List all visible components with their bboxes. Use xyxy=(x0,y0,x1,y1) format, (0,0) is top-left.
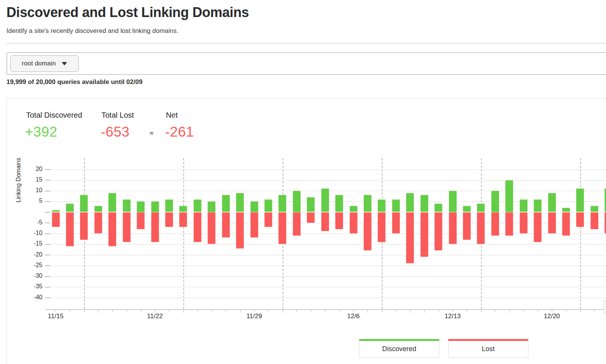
bar-discovered[interactable] xyxy=(335,195,343,212)
bar-lost[interactable] xyxy=(491,212,499,236)
bar-lost[interactable] xyxy=(335,212,343,229)
bar-discovered[interactable] xyxy=(364,195,372,212)
total-discovered-label: Total Discovered xyxy=(26,111,82,120)
bar-discovered[interactable] xyxy=(434,204,442,212)
bar-discovered[interactable] xyxy=(505,180,513,212)
bar-lost[interactable] xyxy=(364,212,372,251)
bar-discovered[interactable] xyxy=(94,206,102,212)
bar-discovered[interactable] xyxy=(548,193,556,212)
bar-lost[interactable] xyxy=(123,212,131,242)
bar-lost[interactable] xyxy=(278,212,286,244)
bar-discovered[interactable] xyxy=(123,199,131,212)
bar-discovered[interactable] xyxy=(165,199,173,212)
bar-discovered[interactable] xyxy=(321,188,329,212)
bar-lost[interactable] xyxy=(250,212,258,238)
bar-lost[interactable] xyxy=(477,212,485,244)
bar-lost[interactable] xyxy=(307,212,315,223)
bar-discovered[interactable] xyxy=(576,188,584,212)
bar-discovered[interactable] xyxy=(350,206,358,212)
bar-discovered[interactable] xyxy=(491,191,499,212)
bar-lost[interactable] xyxy=(264,212,272,227)
bar-lost[interactable] xyxy=(66,212,74,246)
bar-discovered[interactable] xyxy=(449,191,457,212)
bar-discovered[interactable] xyxy=(378,199,386,212)
bar-lost[interactable] xyxy=(94,212,102,234)
bar-discovered[interactable] xyxy=(278,195,286,212)
bar-lost[interactable] xyxy=(108,212,116,246)
bar-lost[interactable] xyxy=(590,212,598,229)
bar-lost[interactable] xyxy=(406,212,414,264)
bar-lost[interactable] xyxy=(222,212,230,238)
legend-item-discovered[interactable]: Discovered xyxy=(359,339,439,358)
bar-discovered[interactable] xyxy=(590,206,598,212)
bar-discovered[interactable] xyxy=(463,206,471,212)
header-divider xyxy=(6,43,606,44)
total-lost-label: Total Lost xyxy=(102,111,134,120)
domain-input[interactable]: root domain xyxy=(6,52,606,75)
net-value: -261 xyxy=(165,124,194,140)
bar-discovered[interactable] xyxy=(307,197,315,212)
scope-dropdown-label: root domain xyxy=(22,60,56,67)
bar-lost[interactable] xyxy=(208,212,216,244)
bar-discovered[interactable] xyxy=(236,193,244,212)
bar-lost[interactable] xyxy=(576,212,584,227)
clipped-element xyxy=(603,300,606,314)
bar-lost[interactable] xyxy=(505,212,513,236)
bar-lost[interactable] xyxy=(137,212,145,229)
bar-discovered[interactable] xyxy=(406,193,414,212)
bar-lost[interactable] xyxy=(420,212,428,257)
page-subtitle: Identify a site's recently discovered an… xyxy=(6,27,178,35)
bar-lost[interactable] xyxy=(534,212,542,242)
bar-lost[interactable] xyxy=(378,212,386,242)
page-title: Discovered and Lost Linking Domains xyxy=(6,5,249,20)
total-lost-value: -653 xyxy=(101,124,130,140)
bar-lost[interactable] xyxy=(194,212,201,242)
bar-discovered[interactable] xyxy=(222,195,230,212)
chevron-down-icon xyxy=(62,62,67,65)
bar-lost[interactable] xyxy=(520,212,528,234)
equals-sign: = xyxy=(150,130,153,137)
bar-discovered[interactable] xyxy=(194,199,201,212)
bar-discovered[interactable] xyxy=(108,193,116,212)
bar-discovered[interactable] xyxy=(477,204,485,212)
bar-lost[interactable] xyxy=(548,212,556,234)
bar-lost[interactable] xyxy=(165,212,173,227)
legend-discovered-label: Discovered xyxy=(382,345,416,353)
net-label: Net xyxy=(166,111,178,120)
bar-lost[interactable] xyxy=(562,212,570,236)
bar-lost[interactable] xyxy=(350,212,358,234)
legend-item-lost[interactable]: Lost xyxy=(448,339,528,358)
bar-discovered[interactable] xyxy=(250,201,258,212)
bar-discovered[interactable] xyxy=(293,191,301,212)
bar-discovered[interactable] xyxy=(151,201,159,212)
bar-lost[interactable] xyxy=(52,212,60,227)
bar-lost[interactable] xyxy=(392,212,400,234)
bar-lost[interactable] xyxy=(151,212,159,242)
bar-discovered[interactable] xyxy=(208,201,216,212)
bar-lost[interactable] xyxy=(179,212,187,227)
bar-discovered[interactable] xyxy=(562,208,570,212)
legend-lost-label: Lost xyxy=(482,345,495,353)
bar-discovered[interactable] xyxy=(520,199,528,212)
linking-domains-page: Discovered and Lost Linking Domains Iden… xyxy=(0,0,606,364)
bar-discovered[interactable] xyxy=(604,188,606,212)
bar-lost[interactable] xyxy=(449,212,457,244)
bar-lost[interactable] xyxy=(604,212,606,234)
bar-lost[interactable] xyxy=(463,212,471,240)
bar-discovered[interactable] xyxy=(392,199,400,212)
bar-discovered[interactable] xyxy=(137,201,145,212)
bar-lost[interactable] xyxy=(236,212,244,249)
scope-dropdown[interactable]: root domain xyxy=(10,55,79,72)
bar-lost[interactable] xyxy=(80,212,88,240)
bar-lost[interactable] xyxy=(321,212,329,232)
bar-discovered[interactable] xyxy=(420,195,428,212)
bar-lost[interactable] xyxy=(434,212,442,251)
bar-discovered[interactable] xyxy=(66,204,74,212)
queries-available-note: 19,999 of 20,000 queries available until… xyxy=(6,78,142,86)
bar-discovered[interactable] xyxy=(179,206,187,212)
bar-discovered[interactable] xyxy=(534,199,542,212)
bar-discovered[interactable] xyxy=(80,195,88,212)
bar-lost[interactable] xyxy=(293,212,301,236)
total-discovered-value: +392 xyxy=(25,124,57,140)
bar-discovered[interactable] xyxy=(264,199,272,212)
